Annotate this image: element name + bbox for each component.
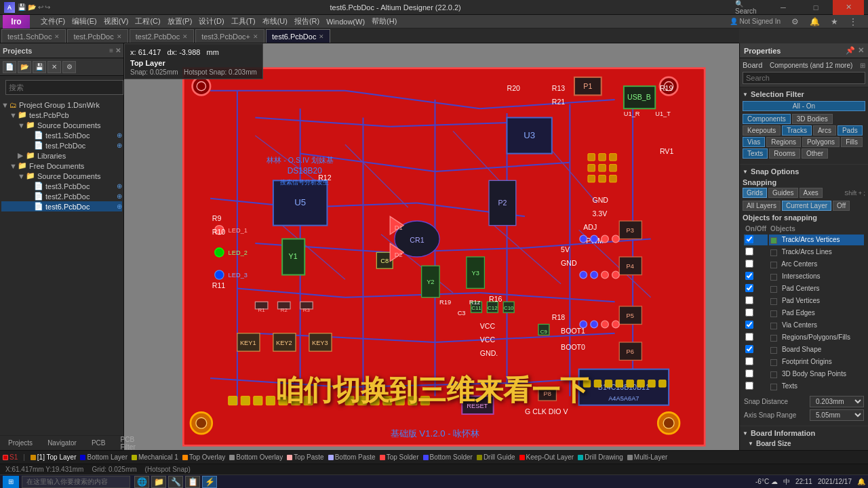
project-search-input[interactable] <box>5 80 123 95</box>
current-layer-btn[interactable]: Current Layer <box>782 201 831 211</box>
snap-checkbox-6[interactable] <box>745 308 753 317</box>
layer-drilldrawing[interactable]: Drill Drawing <box>578 453 623 461</box>
snap-checkbox-5[interactable] <box>745 296 753 304</box>
layer-topsolder[interactable]: Top Solder <box>380 453 419 461</box>
tree-item-test3pcbdoc[interactable]: 📄 test3.PcbDoc ⊕ <box>1 181 122 191</box>
menu-view[interactable]: 视图(V) <box>104 16 129 26</box>
tab-navigator[interactable]: Navigator <box>42 439 82 447</box>
window-max-btn[interactable]: □ <box>800 0 831 15</box>
filter-all-btn[interactable]: All - On <box>743 101 865 111</box>
taskbar-icon-settings[interactable]: 🔧 <box>168 476 183 488</box>
snap-checkbox-10[interactable] <box>745 357 753 365</box>
settings-btn[interactable]: ⚙ <box>62 61 76 73</box>
start-button[interactable]: ⊞ <box>3 476 19 488</box>
menu-project[interactable]: 工程(C) <box>135 16 160 26</box>
snap-checkbox-2[interactable] <box>745 260 753 268</box>
tab-testPcbDoc[interactable]: test.PcbDoc ✕ <box>67 29 127 43</box>
snap-off-btn[interactable]: Off <box>833 201 850 211</box>
layer-keepout[interactable]: Keep-Out Layer <box>519 453 574 461</box>
tab-test2PcbDoc[interactable]: test2.PcbDoc ✕ <box>130 29 194 43</box>
panel-menu-icon[interactable]: ≡ <box>109 47 113 54</box>
filter-tracks-btn[interactable]: Tracks <box>782 125 812 136</box>
selection-filter-title[interactable]: Selection Filter <box>743 90 865 98</box>
props-close-icon[interactable]: ✕ <box>858 46 864 55</box>
tab-test1schDoc[interactable]: test1.SchDoc ✕ <box>1 29 66 43</box>
snap-checkbox-8[interactable] <box>745 333 753 341</box>
window-close-btn[interactable]: ✕ <box>833 0 864 15</box>
taskbar-icon-edge[interactable]: 🌐 <box>134 476 149 488</box>
axes-btn[interactable]: Axes <box>800 188 823 198</box>
snap-checkbox-3[interactable] <box>745 272 753 280</box>
taskbar-icon-altium[interactable]: ⚡ <box>202 476 217 488</box>
menu-edit[interactable]: 编辑(E) <box>72 16 97 26</box>
snap-checkbox-11[interactable] <box>745 369 753 378</box>
menu-file[interactable]: 文件(F) <box>41 16 65 26</box>
tab-test6PcbDoc[interactable]: test6.PcbDoc ✕ <box>266 29 330 43</box>
tree-item-libraries[interactable]: ▶ 📁 Libraries <box>1 150 122 161</box>
all-layers-btn[interactable]: All Layers <box>743 201 781 211</box>
tab-pcb[interactable]: PCB <box>86 439 111 447</box>
layer-s1[interactable]: S1 <box>3 453 18 461</box>
tab-test3PcbDoc[interactable]: test3.PcbDoc+ ✕ <box>195 29 264 43</box>
snap-checkbox-9[interactable] <box>745 345 753 353</box>
tree-item-source2[interactable]: ▼ 📁 Source Documents <box>1 171 122 181</box>
tree-item-freedocs[interactable]: ▼ 📁 Free Documents <box>1 161 122 171</box>
panel-close-icon[interactable]: ✕ <box>115 47 121 54</box>
tab-close-3[interactable]: ✕ <box>253 33 258 40</box>
tab-projects[interactable]: Projects <box>3 439 38 447</box>
layer-bottom[interactable]: Bottom Layer <box>80 453 127 461</box>
tab-close-4[interactable]: ✕ <box>319 33 324 40</box>
snap-checkbox-12[interactable] <box>745 382 753 390</box>
tab-close-1[interactable]: ✕ <box>117 33 122 40</box>
filter-texts-btn[interactable]: Texts <box>743 148 768 159</box>
filter-components-btn[interactable]: Components <box>743 114 791 124</box>
snap-options-title[interactable]: Snap Options <box>743 167 865 176</box>
tree-item-test2pcbdoc[interactable]: 📄 test2.PcbDoc ⊕ <box>1 191 122 201</box>
menu-window[interactable]: Window(W) <box>326 18 365 26</box>
tab-close-2[interactable]: ✕ <box>182 33 188 40</box>
filter-polygons-btn[interactable]: Polygons <box>802 137 840 147</box>
grids-btn[interactable]: Grids <box>743 188 767 198</box>
filter-vias-btn[interactable]: Vias <box>743 137 765 147</box>
snap-checkbox-4[interactable] <box>745 284 753 292</box>
new-doc-btn[interactable]: 📄 <box>3 61 16 73</box>
filter-fills-btn[interactable]: Fills <box>841 137 863 147</box>
layer-botoverlay[interactable]: Bottom Overlay <box>229 453 283 461</box>
snap-checkbox-0[interactable] <box>745 235 753 243</box>
menu-design[interactable]: 设计(D) <box>199 16 224 26</box>
layer-botpaste[interactable]: Bottom Paste <box>328 453 376 461</box>
props-pin-icon[interactable]: 📌 <box>846 46 855 55</box>
window-min-btn[interactable]: ─ <box>768 0 799 15</box>
filter-3dbodies-btn[interactable]: 3D Bodies <box>792 114 833 124</box>
close-btn[interactable]: ✕ <box>47 61 61 73</box>
filter-keepouts-btn[interactable]: Keepouts <box>743 125 781 136</box>
tree-item-test6pcbdoc[interactable]: 📄 test6.PcbDoc ⊕ <box>1 201 122 211</box>
taskbar-icon-notes[interactable]: 📋 <box>185 476 200 488</box>
menu-place[interactable]: 放置(P) <box>167 16 193 26</box>
tree-item-test1schdoc[interactable]: 📄 test1.SchDoc ⊕ <box>1 130 122 140</box>
filter-other-btn[interactable]: Other <box>802 148 828 159</box>
tree-item-source1[interactable]: ▼ 📁 Source Documents <box>1 120 122 130</box>
menu-route[interactable]: 布线(U) <box>262 16 288 26</box>
tree-item-group[interactable]: ▼ 🗂 Project Group 1.DsnWrk <box>1 100 122 110</box>
snap-checkbox-7[interactable] <box>745 321 753 329</box>
layer-drillguide[interactable]: Drill Guide <box>477 453 515 461</box>
props-filter-icon[interactable]: ⊞ <box>860 62 865 69</box>
taskbar-search-input[interactable] <box>22 476 130 488</box>
filter-pads-btn[interactable]: Pads <box>837 125 863 136</box>
axis-snap-select[interactable]: 5.05mm <box>810 409 864 421</box>
menu-help[interactable]: 帮助(H) <box>372 16 397 26</box>
taskbar-notif[interactable]: 🔔 <box>857 478 865 485</box>
board-info-title[interactable]: Board Information <box>743 429 865 437</box>
filter-regions-btn[interactable]: Regions <box>766 137 801 147</box>
tab-close-0[interactable]: ✕ <box>54 33 60 40</box>
tree-item-testpcbdoc[interactable]: 📄 test.PcbDoc ⊕ <box>1 140 122 150</box>
layer-topoverlay[interactable]: Top Overlay <box>182 453 225 461</box>
taskbar-icon-explorer[interactable]: 📁 <box>151 476 166 488</box>
save-btn[interactable]: 💾 <box>33 61 46 73</box>
guides-btn[interactable]: Guides <box>768 188 798 198</box>
open-doc-btn[interactable]: 📂 <box>18 61 31 73</box>
props-search-input[interactable] <box>743 72 865 84</box>
snap-checkbox-1[interactable] <box>745 247 753 256</box>
tree-item-testpcbpcb[interactable]: ▼ 📁 test.PcbPcb <box>1 110 122 120</box>
